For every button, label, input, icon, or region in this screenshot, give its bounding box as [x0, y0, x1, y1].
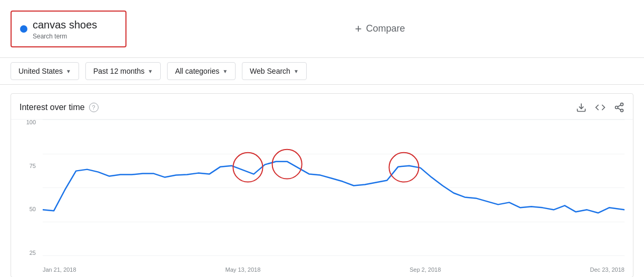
svg-line-5: [618, 105, 621, 106]
compare-label: Compare: [366, 23, 405, 34]
chart-title-area: Interest over time ?: [19, 103, 99, 112]
x-label-dec: Dec 23, 2018: [590, 266, 625, 273]
chart-header: Interest over time ?: [11, 102, 633, 119]
compare-button[interactable]: + Compare: [345, 16, 416, 42]
share-button[interactable]: [614, 102, 625, 113]
x-label-sep: Sep 2, 2018: [409, 266, 441, 273]
svg-point-1: [621, 103, 623, 106]
search-type-filter[interactable]: Web Search ▼: [242, 62, 307, 80]
location-label: United States: [18, 67, 63, 75]
svg-line-4: [618, 108, 621, 110]
filters-bar: United States ▼ Past 12 months ▼ All cat…: [0, 58, 644, 85]
search-term-subtitle: Search term: [33, 33, 97, 40]
download-button[interactable]: [576, 102, 587, 113]
chevron-down-icon: ▼: [66, 68, 71, 74]
annotation-circle-2: [272, 150, 302, 179]
chevron-down-icon: ▼: [148, 68, 153, 74]
y-label-25: 25: [30, 250, 36, 256]
category-filter[interactable]: All categories ▼: [167, 62, 236, 80]
x-label-jan: Jan 21, 2018: [43, 266, 76, 273]
location-filter[interactable]: United States ▼: [11, 62, 79, 80]
annotation-circle-1: [233, 153, 262, 182]
chart-title: Interest over time: [19, 103, 85, 112]
search-term-text: canvas shoes Search term: [33, 18, 97, 40]
chart-container: 100 75 50 25: [11, 119, 633, 277]
line-chart: [43, 120, 625, 256]
help-icon[interactable]: ?: [89, 103, 99, 112]
search-type-label: Web Search: [250, 67, 290, 75]
y-label-100: 100: [26, 120, 36, 125]
chevron-down-icon: ▼: [294, 68, 299, 74]
chart-section: Interest over time ?: [11, 93, 633, 277]
svg-point-3: [621, 109, 623, 112]
search-term-dot: [20, 25, 27, 33]
plus-icon: +: [355, 22, 362, 36]
share-icon: [614, 102, 625, 113]
y-label-75: 75: [30, 163, 36, 169]
chevron-down-icon: ▼: [222, 68, 228, 74]
top-bar: canvas shoes Search term + Compare: [0, 0, 644, 58]
chart-line: [43, 162, 625, 213]
download-icon: [576, 102, 587, 113]
embed-icon: [595, 102, 606, 113]
time-label: Past 12 months: [93, 67, 144, 75]
x-label-may: May 13, 2018: [226, 266, 261, 273]
x-axis-labels: Jan 21, 2018 May 13, 2018 Sep 2, 2018 De…: [43, 266, 625, 273]
svg-point-2: [616, 106, 618, 109]
y-axis-labels: 100 75 50 25: [11, 120, 40, 256]
chart-actions: [576, 102, 625, 113]
category-label: All categories: [175, 67, 219, 75]
chart-svg-wrapper: [43, 120, 625, 256]
y-label-50: 50: [30, 206, 36, 212]
search-term-box[interactable]: canvas shoes Search term: [11, 11, 126, 47]
embed-button[interactable]: [595, 102, 606, 113]
time-filter[interactable]: Past 12 months ▼: [85, 62, 161, 80]
search-term-title: canvas shoes: [33, 18, 97, 32]
